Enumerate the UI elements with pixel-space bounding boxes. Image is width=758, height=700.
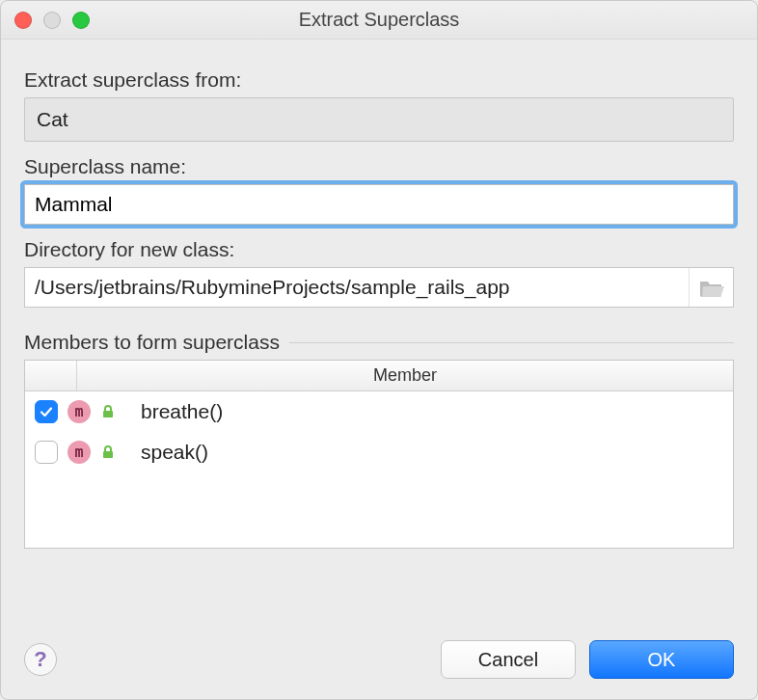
- member-checkbox[interactable]: [35, 400, 58, 423]
- visibility-icon: [100, 444, 116, 460]
- window-title: Extract Superclass: [1, 9, 757, 31]
- folder-open-icon: [699, 278, 724, 297]
- directory-input[interactable]: /Users/jetbrains/RubymineProjects/sample…: [25, 268, 689, 307]
- members-section-label: Members to form superclass: [24, 331, 280, 354]
- extract-from-label: Extract superclass from:: [24, 68, 734, 92]
- member-name: speak(): [141, 441, 208, 464]
- svg-rect-0: [103, 411, 113, 417]
- method-icon: m: [68, 441, 91, 464]
- superclass-name-field-wrap: [24, 184, 734, 225]
- checkmark-icon: [39, 404, 54, 419]
- superclass-name-input[interactable]: [24, 184, 734, 225]
- members-section-header: Members to form superclass: [24, 331, 734, 354]
- directory-label: Directory for new class:: [24, 238, 734, 261]
- dialog-window: Extract Superclass Extract superclass fr…: [0, 0, 758, 700]
- members-table-header: Member: [25, 361, 733, 391]
- directory-field: /Users/jetbrains/RubymineProjects/sample…: [24, 267, 734, 308]
- cancel-button[interactable]: Cancel: [441, 640, 576, 679]
- help-button[interactable]: ?: [24, 643, 57, 676]
- browse-directory-button[interactable]: [689, 268, 733, 307]
- extract-from-value: Cat: [24, 97, 734, 142]
- member-name: breathe(): [141, 400, 223, 423]
- close-window-button[interactable]: [14, 12, 32, 29]
- members-table-body: mbreathe()mspeak(): [25, 391, 733, 548]
- divider: [289, 342, 734, 343]
- superclass-name-label: Superclass name:: [24, 155, 734, 178]
- dialog-footer: ? Cancel OK: [1, 628, 757, 699]
- table-row: mbreathe(): [25, 391, 733, 432]
- visibility-icon: [100, 404, 116, 419]
- zoom-window-button[interactable]: [72, 12, 90, 29]
- titlebar: Extract Superclass: [1, 1, 757, 40]
- member-checkbox[interactable]: [35, 441, 58, 464]
- dialog-content: Extract superclass from: Cat Superclass …: [1, 40, 757, 628]
- ok-button[interactable]: OK: [589, 640, 734, 679]
- method-icon: m: [68, 400, 91, 423]
- column-member-label: Member: [77, 365, 733, 386]
- minimize-window-button[interactable]: [43, 12, 61, 29]
- svg-rect-1: [103, 451, 113, 458]
- column-checkbox: [25, 361, 77, 390]
- table-row: mspeak(): [25, 432, 733, 472]
- window-controls: [14, 12, 90, 29]
- members-table: Member mbreathe()mspeak(): [24, 360, 734, 549]
